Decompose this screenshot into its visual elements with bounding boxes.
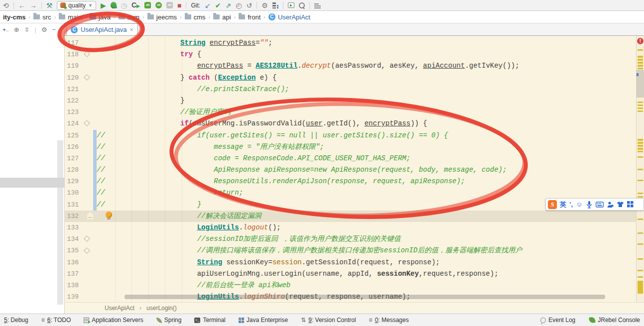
sync-icon[interactable]: ⟲ xyxy=(3,2,9,9)
run-with-coverage-icon[interactable]: C▶ xyxy=(131,1,140,9)
soft-keyboard-icon[interactable] xyxy=(596,202,604,208)
statusbar-item-todo[interactable]: ≡6: TODO xyxy=(41,317,71,324)
back-icon[interactable]: ← xyxy=(18,2,25,9)
line-number[interactable]: 121 xyxy=(65,84,97,95)
project-structure-icon[interactable] xyxy=(272,2,278,8)
line-number[interactable]: 122 xyxy=(65,95,97,107)
statusbar-item-event-log[interactable]: Event Log xyxy=(540,317,575,324)
warning-mark[interactable] xyxy=(638,151,643,152)
warning-mark[interactable] xyxy=(638,59,643,61)
punctuation-icon[interactable]: ’, xyxy=(569,200,573,209)
line-number[interactable]: 124 xyxy=(65,118,97,129)
tab-userapiact-java[interactable]: C UserApiAct.java × xyxy=(66,23,138,35)
line-number[interactable]: 138 xyxy=(65,280,97,291)
breadcrumb-item-main[interactable]: main xyxy=(58,13,83,21)
warning-mark[interactable] xyxy=(638,156,643,158)
line-number[interactable]: 130 xyxy=(65,187,97,199)
warning-mark[interactable] xyxy=(638,281,643,294)
code-line[interactable]: 138 //前后台统一登录 api和web xyxy=(65,280,636,291)
breadcrumb-item-com[interactable]: com xyxy=(118,13,141,21)
warning-mark[interactable] xyxy=(638,110,643,112)
jrebel-run-icon[interactable]: JR xyxy=(144,2,151,8)
code-line[interactable]: 124 if(cmsUserMng.isPasswordValid(user.g… xyxy=(65,118,636,129)
warning-mark[interactable] xyxy=(638,196,643,198)
line-number[interactable]: 123 xyxy=(65,107,97,118)
line-number[interactable]: 119 xyxy=(65,60,97,72)
statusbar-item-messages[interactable]: ≡0: Messages xyxy=(369,317,409,324)
line-number[interactable]: 117 xyxy=(65,37,97,49)
editor-breadcrumb-item[interactable]: userLogin() xyxy=(146,305,177,312)
code-line[interactable]: 125// if(user.getSites() == null || user… xyxy=(65,130,636,141)
warning-mark[interactable] xyxy=(638,49,643,51)
sogou-ime-toolbar[interactable]: S 英 ’, ☺ xyxy=(545,198,644,211)
line-number[interactable]: 131 xyxy=(65,199,97,211)
breadcrumb-item-userapiact[interactable]: CUserApiAct xyxy=(267,13,311,21)
code-line[interactable]: 134 //sessionID加密后返回 ，该值作为用户数据交互识别的关键值 xyxy=(65,233,636,245)
code-line[interactable]: 123 //验证用户密码 xyxy=(65,107,636,118)
editor-breadcrumb-item[interactable]: UserApiAct xyxy=(105,305,134,312)
code-line[interactable]: 119 encryptPass = AES128Util.decrypt(aes… xyxy=(65,60,636,72)
code-editor[interactable]: 117 String encryptPass="";118 try {119 e… xyxy=(65,36,644,302)
breadcrumb-item-ity-cms[interactable]: ity-cms xyxy=(2,13,27,21)
editor-horizontal-scrollbar[interactable] xyxy=(125,295,605,299)
warning-mark[interactable] xyxy=(638,243,643,245)
warning-mark[interactable] xyxy=(638,193,643,194)
warning-mark[interactable] xyxy=(638,145,643,147)
warning-mark[interactable] xyxy=(638,139,643,141)
breadcrumb-item-java[interactable]: java xyxy=(89,13,112,21)
breadcrumb-item-jeecms[interactable]: jeecms xyxy=(146,13,178,21)
warning-mark[interactable] xyxy=(638,169,643,170)
warning-mark[interactable] xyxy=(638,68,643,69)
statusbar-item-terminal[interactable]: >_Terminal xyxy=(194,317,225,324)
vcs-commit-icon[interactable]: ✔ xyxy=(215,2,221,9)
warning-mark[interactable] xyxy=(638,108,643,109)
project-vertical-scrollbar[interactable] xyxy=(57,140,63,305)
run-anything-icon[interactable] xyxy=(288,2,294,8)
code-line[interactable]: 122 } xyxy=(65,95,636,107)
project-horizontal-scrollbar[interactable] xyxy=(0,178,64,188)
line-number[interactable]: 136 xyxy=(65,257,97,268)
warning-mark[interactable] xyxy=(638,180,643,181)
warning-mark[interactable] xyxy=(638,102,643,103)
build-hammer-icon[interactable]: ⚒ xyxy=(46,2,53,9)
code-line[interactable]: 129// ResponseUtils.renderApiJson(respon… xyxy=(65,176,636,187)
warning-mark[interactable] xyxy=(638,276,643,278)
breadcrumb-item-api[interactable]: api xyxy=(212,13,232,21)
skin-shirt-icon[interactable] xyxy=(617,201,624,208)
save-all-icon[interactable] xyxy=(314,2,321,8)
line-number[interactable]: 127 xyxy=(65,153,97,164)
user-profile-icon[interactable] xyxy=(607,201,614,208)
line-number[interactable]: 128 xyxy=(65,164,97,176)
code-line[interactable]: 133 LoginUtils.logout(); xyxy=(65,222,636,233)
statusbar-item-jrebel-console[interactable]: JRebel Console xyxy=(589,317,640,324)
code-line[interactable]: 130// return; xyxy=(65,187,636,199)
code-line[interactable]: 127// code = ResponseCode.API_CODE_USER_… xyxy=(65,153,636,164)
line-number[interactable]: 135 xyxy=(65,245,97,256)
breadcrumb-item-cms[interactable]: cms xyxy=(184,13,207,21)
language-toggle-icon[interactable]: 英 xyxy=(560,200,566,209)
statusbar-item-java-enterprise[interactable]: Java Enterprise xyxy=(239,317,288,324)
line-number[interactable]: 134 xyxy=(65,233,97,245)
line-number[interactable]: 126 xyxy=(65,141,97,153)
warning-mark[interactable] xyxy=(638,105,643,106)
warning-mark[interactable] xyxy=(638,148,643,150)
statusbar-item-application-servers[interactable]: Application Servers xyxy=(84,317,143,324)
fold-region-icon[interactable] xyxy=(87,215,94,220)
emoji-icon[interactable]: ☺ xyxy=(576,200,582,209)
statusbar-item-debug[interactable]: 5: Debug xyxy=(4,317,28,324)
code-line[interactable]: 118 try { xyxy=(65,49,636,60)
vcs-update-icon[interactable]: ↙ xyxy=(205,2,211,9)
code-line[interactable]: 121 //e.printStackTrace(); xyxy=(65,84,636,95)
close-icon[interactable]: × xyxy=(129,26,133,33)
line-number[interactable]: 120 xyxy=(65,72,97,84)
line-number[interactable]: 139 xyxy=(65,291,97,302)
line-number[interactable]: 118 xyxy=(65,49,97,60)
sogou-logo-icon[interactable]: S xyxy=(548,200,557,209)
stop-button[interactable]: ■ xyxy=(177,2,181,9)
microphone-icon[interactable] xyxy=(586,201,593,209)
rollback-icon[interactable]: ↺ xyxy=(247,2,253,9)
hide-panel-icon[interactable]: − xyxy=(52,26,56,33)
code-line[interactable]: 136 String sessionKey=session.getSession… xyxy=(65,257,636,268)
code-line[interactable]: 137 apiUserLoginMng.userLogin(username, … xyxy=(65,268,636,280)
vcs-push-icon[interactable]: ⇗ xyxy=(226,2,232,9)
